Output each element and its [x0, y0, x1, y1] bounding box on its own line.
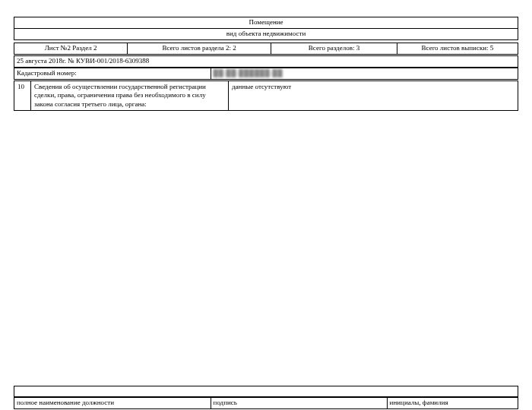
meta-total-extract-sheets: Всего листов выписки: 5 [397, 43, 518, 55]
header-subtitle: вид объекта недвижимости [14, 29, 518, 40]
table-row: 10 Сведения об осуществлении государстве… [14, 81, 518, 111]
spacer-cell [14, 386, 518, 396]
signature-sign: подпись [211, 398, 387, 409]
info-date-ref: 25 августа 2018г. № КУВИ-001/2018-630938… [14, 56, 518, 68]
header-title: Помещение [14, 17, 518, 29]
row-value: данные отсутствуют [229, 81, 518, 111]
content-table: 10 Сведения об осуществлении государстве… [14, 80, 518, 111]
meta-sheet: Лист №2 Раздел 2 [14, 43, 128, 55]
row-number: 10 [14, 81, 31, 111]
signature-name: инициалы, фамилия [387, 398, 518, 409]
cadastral-table: Кадастровый номер: ██:██:██████:██ [14, 68, 518, 80]
signature-position: полное наименование должности [14, 398, 211, 409]
signature-table: полное наименование должности подпись ин… [14, 397, 518, 409]
signature-spacer-table [14, 386, 518, 397]
meta-total-section-sheets: Всего листов раздела 2: 2 [128, 43, 271, 55]
meta-table: Лист №2 Раздел 2 Всего листов раздела 2:… [14, 43, 518, 55]
header-table: Помещение вид объекта недвижимости [14, 17, 518, 40]
document-page: Помещение вид объекта недвижимости Лист … [0, 0, 532, 410]
cadastral-value-cell: ██:██:██████:██ [211, 68, 518, 80]
row-description: Сведения об осуществлении государственно… [31, 81, 229, 111]
info-table: 25 августа 2018г. № КУВИ-001/2018-630938… [14, 55, 518, 68]
cadastral-label: Кадастровый номер: [14, 68, 211, 80]
cadastral-value: ██:██:██████:██ [214, 69, 283, 77]
meta-total-sections: Всего разделов: 3 [271, 43, 397, 55]
